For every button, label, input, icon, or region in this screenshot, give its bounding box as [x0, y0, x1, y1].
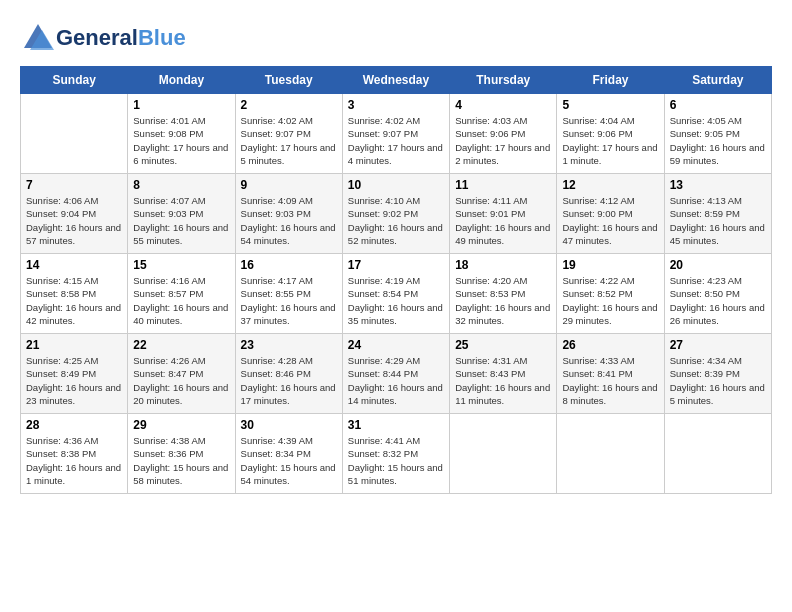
day-info: Sunrise: 4:16 AMSunset: 8:57 PMDaylight:…	[133, 274, 229, 327]
calendar-cell: 20Sunrise: 4:23 AMSunset: 8:50 PMDayligh…	[664, 254, 771, 334]
day-number: 7	[26, 178, 122, 192]
calendar-cell: 24Sunrise: 4:29 AMSunset: 8:44 PMDayligh…	[342, 334, 449, 414]
calendar-table: SundayMondayTuesdayWednesdayThursdayFrid…	[20, 66, 772, 494]
day-info: Sunrise: 4:07 AMSunset: 9:03 PMDaylight:…	[133, 194, 229, 247]
logo-icon	[20, 20, 56, 56]
header-day-monday: Monday	[128, 67, 235, 94]
day-number: 20	[670, 258, 766, 272]
calendar-cell: 13Sunrise: 4:13 AMSunset: 8:59 PMDayligh…	[664, 174, 771, 254]
calendar-cell: 21Sunrise: 4:25 AMSunset: 8:49 PMDayligh…	[21, 334, 128, 414]
day-info: Sunrise: 4:10 AMSunset: 9:02 PMDaylight:…	[348, 194, 444, 247]
day-number: 12	[562, 178, 658, 192]
calendar-week-row: 7Sunrise: 4:06 AMSunset: 9:04 PMDaylight…	[21, 174, 772, 254]
calendar-cell: 3Sunrise: 4:02 AMSunset: 9:07 PMDaylight…	[342, 94, 449, 174]
day-info: Sunrise: 4:20 AMSunset: 8:53 PMDaylight:…	[455, 274, 551, 327]
calendar-cell	[664, 414, 771, 494]
day-number: 27	[670, 338, 766, 352]
calendar-cell	[450, 414, 557, 494]
day-number: 21	[26, 338, 122, 352]
day-number: 18	[455, 258, 551, 272]
day-number: 1	[133, 98, 229, 112]
calendar-week-row: 21Sunrise: 4:25 AMSunset: 8:49 PMDayligh…	[21, 334, 772, 414]
day-number: 8	[133, 178, 229, 192]
calendar-cell: 10Sunrise: 4:10 AMSunset: 9:02 PMDayligh…	[342, 174, 449, 254]
calendar-cell: 14Sunrise: 4:15 AMSunset: 8:58 PMDayligh…	[21, 254, 128, 334]
day-info: Sunrise: 4:17 AMSunset: 8:55 PMDaylight:…	[241, 274, 337, 327]
calendar-cell	[557, 414, 664, 494]
day-number: 2	[241, 98, 337, 112]
calendar-cell: 16Sunrise: 4:17 AMSunset: 8:55 PMDayligh…	[235, 254, 342, 334]
day-number: 16	[241, 258, 337, 272]
calendar-cell: 19Sunrise: 4:22 AMSunset: 8:52 PMDayligh…	[557, 254, 664, 334]
day-info: Sunrise: 4:11 AMSunset: 9:01 PMDaylight:…	[455, 194, 551, 247]
calendar-cell: 22Sunrise: 4:26 AMSunset: 8:47 PMDayligh…	[128, 334, 235, 414]
day-number: 28	[26, 418, 122, 432]
day-info: Sunrise: 4:12 AMSunset: 9:00 PMDaylight:…	[562, 194, 658, 247]
day-number: 4	[455, 98, 551, 112]
day-info: Sunrise: 4:25 AMSunset: 8:49 PMDaylight:…	[26, 354, 122, 407]
day-number: 13	[670, 178, 766, 192]
calendar-cell: 9Sunrise: 4:09 AMSunset: 9:03 PMDaylight…	[235, 174, 342, 254]
day-info: Sunrise: 4:04 AMSunset: 9:06 PMDaylight:…	[562, 114, 658, 167]
header-day-tuesday: Tuesday	[235, 67, 342, 94]
day-number: 31	[348, 418, 444, 432]
day-info: Sunrise: 4:03 AMSunset: 9:06 PMDaylight:…	[455, 114, 551, 167]
calendar-week-row: 28Sunrise: 4:36 AMSunset: 8:38 PMDayligh…	[21, 414, 772, 494]
day-info: Sunrise: 4:36 AMSunset: 8:38 PMDaylight:…	[26, 434, 122, 487]
header-day-friday: Friday	[557, 67, 664, 94]
calendar-cell: 28Sunrise: 4:36 AMSunset: 8:38 PMDayligh…	[21, 414, 128, 494]
header-day-thursday: Thursday	[450, 67, 557, 94]
calendar-cell: 2Sunrise: 4:02 AMSunset: 9:07 PMDaylight…	[235, 94, 342, 174]
calendar-cell: 7Sunrise: 4:06 AMSunset: 9:04 PMDaylight…	[21, 174, 128, 254]
calendar-week-row: 1Sunrise: 4:01 AMSunset: 9:08 PMDaylight…	[21, 94, 772, 174]
day-info: Sunrise: 4:02 AMSunset: 9:07 PMDaylight:…	[348, 114, 444, 167]
calendar-cell: 1Sunrise: 4:01 AMSunset: 9:08 PMDaylight…	[128, 94, 235, 174]
day-number: 10	[348, 178, 444, 192]
calendar-cell: 4Sunrise: 4:03 AMSunset: 9:06 PMDaylight…	[450, 94, 557, 174]
day-info: Sunrise: 4:34 AMSunset: 8:39 PMDaylight:…	[670, 354, 766, 407]
calendar-cell: 23Sunrise: 4:28 AMSunset: 8:46 PMDayligh…	[235, 334, 342, 414]
day-number: 29	[133, 418, 229, 432]
day-number: 11	[455, 178, 551, 192]
calendar-cell: 11Sunrise: 4:11 AMSunset: 9:01 PMDayligh…	[450, 174, 557, 254]
day-number: 30	[241, 418, 337, 432]
day-info: Sunrise: 4:39 AMSunset: 8:34 PMDaylight:…	[241, 434, 337, 487]
logo-text: GeneralBlue	[56, 27, 186, 49]
calendar-cell: 30Sunrise: 4:39 AMSunset: 8:34 PMDayligh…	[235, 414, 342, 494]
day-number: 15	[133, 258, 229, 272]
day-info: Sunrise: 4:15 AMSunset: 8:58 PMDaylight:…	[26, 274, 122, 327]
day-info: Sunrise: 4:33 AMSunset: 8:41 PMDaylight:…	[562, 354, 658, 407]
header-day-saturday: Saturday	[664, 67, 771, 94]
day-info: Sunrise: 4:13 AMSunset: 8:59 PMDaylight:…	[670, 194, 766, 247]
calendar-cell: 27Sunrise: 4:34 AMSunset: 8:39 PMDayligh…	[664, 334, 771, 414]
day-number: 6	[670, 98, 766, 112]
header-day-wednesday: Wednesday	[342, 67, 449, 94]
day-info: Sunrise: 4:29 AMSunset: 8:44 PMDaylight:…	[348, 354, 444, 407]
calendar-cell: 31Sunrise: 4:41 AMSunset: 8:32 PMDayligh…	[342, 414, 449, 494]
day-info: Sunrise: 4:26 AMSunset: 8:47 PMDaylight:…	[133, 354, 229, 407]
day-info: Sunrise: 4:06 AMSunset: 9:04 PMDaylight:…	[26, 194, 122, 247]
day-info: Sunrise: 4:22 AMSunset: 8:52 PMDaylight:…	[562, 274, 658, 327]
calendar-cell: 26Sunrise: 4:33 AMSunset: 8:41 PMDayligh…	[557, 334, 664, 414]
page-header: GeneralBlue	[20, 20, 772, 56]
day-number: 5	[562, 98, 658, 112]
calendar-cell: 18Sunrise: 4:20 AMSunset: 8:53 PMDayligh…	[450, 254, 557, 334]
calendar-cell: 29Sunrise: 4:38 AMSunset: 8:36 PMDayligh…	[128, 414, 235, 494]
calendar-cell: 6Sunrise: 4:05 AMSunset: 9:05 PMDaylight…	[664, 94, 771, 174]
calendar-cell: 12Sunrise: 4:12 AMSunset: 9:00 PMDayligh…	[557, 174, 664, 254]
day-info: Sunrise: 4:31 AMSunset: 8:43 PMDaylight:…	[455, 354, 551, 407]
day-number: 17	[348, 258, 444, 272]
logo: GeneralBlue	[20, 20, 186, 56]
day-info: Sunrise: 4:41 AMSunset: 8:32 PMDaylight:…	[348, 434, 444, 487]
day-info: Sunrise: 4:01 AMSunset: 9:08 PMDaylight:…	[133, 114, 229, 167]
day-info: Sunrise: 4:19 AMSunset: 8:54 PMDaylight:…	[348, 274, 444, 327]
day-number: 26	[562, 338, 658, 352]
day-number: 14	[26, 258, 122, 272]
day-number: 25	[455, 338, 551, 352]
day-info: Sunrise: 4:23 AMSunset: 8:50 PMDaylight:…	[670, 274, 766, 327]
day-info: Sunrise: 4:28 AMSunset: 8:46 PMDaylight:…	[241, 354, 337, 407]
calendar-cell: 17Sunrise: 4:19 AMSunset: 8:54 PMDayligh…	[342, 254, 449, 334]
calendar-cell: 15Sunrise: 4:16 AMSunset: 8:57 PMDayligh…	[128, 254, 235, 334]
calendar-header-row: SundayMondayTuesdayWednesdayThursdayFrid…	[21, 67, 772, 94]
day-info: Sunrise: 4:02 AMSunset: 9:07 PMDaylight:…	[241, 114, 337, 167]
